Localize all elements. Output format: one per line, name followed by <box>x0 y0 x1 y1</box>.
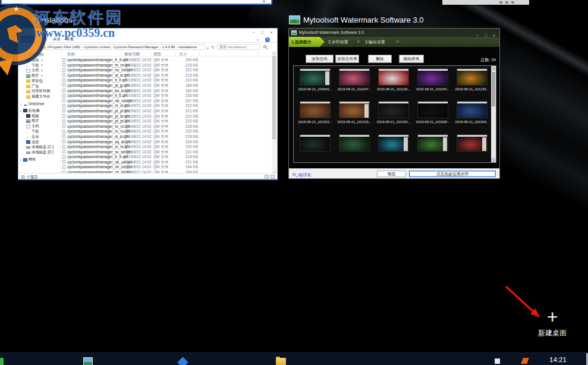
scroll-up-icon[interactable]: ∧ <box>491 66 496 71</box>
taskbar-photos-icon[interactable] <box>83 357 93 365</box>
close-button[interactable]: × <box>267 29 276 36</box>
thumbnail-item[interactable] <box>454 134 490 152</box>
sidebar-item-3[interactable]: 文档 <box>18 68 60 73</box>
sidebar-item-15[interactable]: 音乐 <box>18 134 60 140</box>
breadcrumb-segment[interactable]: 1.4.0.86 <box>162 45 175 49</box>
collapse-ribbon-icon[interactable]: ∧ <box>257 37 259 42</box>
search-input[interactable]: 搜索"translations" <box>217 44 260 50</box>
thumbnail-item[interactable]: 2019-08-21_101528... <box>414 101 451 124</box>
sidebar-item-18[interactable]: 本地磁盘 (D:) <box>18 150 60 155</box>
breadcrumb-segment[interactable]: translations <box>178 45 197 49</box>
file-row[interactable]: cyclonispasswordmanager_it_it.qm2019/8/2… <box>61 77 271 83</box>
file-row[interactable]: cyclonispasswordmanager_sl_si.qm2019/8/2… <box>61 134 271 139</box>
step-tab-watermark-settings[interactable]: 2.水印设置 <box>328 37 348 47</box>
breadcrumb-segment[interactable]: Program Files (x86) <box>49 45 80 49</box>
thumbnail-item[interactable]: 2019-08-21_101154... <box>414 68 451 91</box>
tray-icon-orange[interactable] <box>521 358 529 364</box>
file-row[interactable]: cyclonispasswordmanager_pl_pl.qm2019/8/2… <box>61 108 271 114</box>
details-view-icon[interactable] <box>265 175 269 178</box>
thumbnail-item[interactable]: 2019-08-21_101047... <box>336 68 373 91</box>
file-row[interactable]: cyclonispasswordmanager_id_id.qm2019/8/2… <box>61 73 271 78</box>
thumbnail-item[interactable]: 2019-08-21_101432... <box>375 101 412 124</box>
file-row[interactable]: cyclonispasswordmanager_sv_se.qm2019/8/2… <box>61 149 271 155</box>
file-row[interactable]: cyclonispasswordmanager_nb_no.qm2019/8/2… <box>61 98 271 103</box>
file-row[interactable]: cyclonispasswordmanager_hr_hr.qm2019/8/2… <box>61 62 271 68</box>
scrollbar[interactable]: ∧ ∨ <box>491 66 496 162</box>
sidebar-item-13[interactable]: 文档 <box>18 124 60 129</box>
file-row[interactable]: cyclonispasswordmanager_zh_cn.qm2019/8/2… <box>61 164 271 169</box>
thumbnail-item[interactable]: 2019-08-21_103640... <box>297 68 334 91</box>
file-row[interactable]: cyclonispasswordmanager_ro_ro.qm2019/8/2… <box>61 124 271 129</box>
thumbnail-item[interactable]: 2019-08-21_101236... <box>454 68 490 91</box>
sidebar-item-10[interactable]: ∨此电脑 <box>18 108 60 114</box>
scroll-down-icon[interactable]: ∨ <box>491 158 496 162</box>
taskbar[interactable]: 14:21 <box>0 353 588 365</box>
scrollbar[interactable]: ∧ ∨ <box>272 51 276 175</box>
breadcrumb-segment[interactable]: Cyclonis Limited <box>84 45 110 49</box>
sidebar-item-17[interactable]: 本地磁盘 (C:) <box>18 145 60 150</box>
thumbnail-item[interactable] <box>297 134 334 152</box>
help-icon[interactable]: ? <box>265 37 270 42</box>
sidebar-item-8[interactable]: 新建文件夹 <box>18 94 60 99</box>
column-header-1[interactable]: 修改日期 <box>124 52 140 57</box>
thumbnail-item[interactable] <box>375 134 412 152</box>
file-row[interactable]: cyclonispasswordmanager_uk_ua.qm2019/8/2… <box>61 159 271 165</box>
sidebar-item-16[interactable]: 桌面 <box>18 140 60 145</box>
step-tab-select-images[interactable]: 1.选择图片 <box>289 37 325 47</box>
file-row[interactable]: cyclonispasswordmanager_ja_jp.qm2019/8/2… <box>61 83 271 88</box>
file-row[interactable]: cyclonispasswordmanager_ru_ru.qm2019/8/2… <box>61 128 271 134</box>
sidebar-item-14[interactable]: 下载 <box>18 129 60 134</box>
minimize-button[interactable]: − <box>249 29 258 36</box>
delete-button[interactable]: 删除 <box>368 55 392 63</box>
taskbar-app-icon-blue[interactable] <box>177 357 188 365</box>
file-row[interactable]: cyclonispasswordmanager_lt_lt.qm2019/8/2… <box>61 93 271 98</box>
sidebar-item-7[interactable]: 河东软件园 <box>18 89 60 95</box>
file-row[interactable]: cyclonispasswordmanager_pt_br.qm2019/8/2… <box>61 114 271 119</box>
thumbnail-item[interactable]: 2019-08-21_101315... <box>336 101 373 124</box>
taskbar-app-icon-green[interactable] <box>0 358 4 365</box>
scrollbar-thumb[interactable] <box>272 56 276 139</box>
task-view-label-watermark-app[interactable]: Mytoolsoft Watermark Software 3.0 <box>303 15 424 24</box>
chevron-icon[interactable]: ∨ <box>20 102 22 106</box>
remove-all-button[interactable]: 移除所有 <box>399 55 424 63</box>
maximize-button[interactable]: □ <box>258 29 267 36</box>
step-tab-output-settings[interactable]: 3.输出设置 <box>365 37 385 47</box>
breadcrumb-segment[interactable]: Cyclonis Password Manager <box>114 45 159 49</box>
cropped-window-edge-left[interactable] <box>1 0 272 5</box>
scrollbar-thumb[interactable] <box>492 72 495 106</box>
explorer-window-preview[interactable]: −□× 文件主页共享查看 ∧ ? ← → ↑ « Program Files (… <box>18 28 278 180</box>
thumbnail-item[interactable]: 2019-08-21_101136... <box>375 68 412 91</box>
column-header-3[interactable]: 大小 <box>179 52 187 57</box>
thumbnail-item[interactable]: 2019-08-21_101303... <box>297 101 334 124</box>
column-header-2[interactable]: 类型 <box>153 52 161 57</box>
chevron-icon[interactable]: ∨ <box>20 109 22 112</box>
apply-watermark-button[interactable]: 点击此处应用水印 <box>409 171 496 177</box>
thumbnails-view-icon[interactable] <box>271 175 275 178</box>
file-row[interactable]: cyclonispasswordmanager_ko_kr.qm2019/8/2… <box>61 88 271 93</box>
file-row[interactable]: cyclonispasswordmanager_nl_nl.qm2019/8/2… <box>61 103 271 108</box>
file-row[interactable]: cyclonispasswordmanager_tr_tr.qm2019/8/2… <box>61 154 271 159</box>
column-header-0[interactable]: 名称 <box>67 52 75 57</box>
taskbar-clock[interactable]: 14:21 <box>549 356 567 363</box>
file-row[interactable]: cyclonispasswordmanager_fr_fr.qm2019/8/2… <box>61 57 271 62</box>
file-row[interactable]: cyclonispasswordmanager_hu_hu.qm2019/8/2… <box>61 67 271 73</box>
file-row[interactable]: cyclonispasswordmanager_sr_rs.qm2019/8/2… <box>61 144 271 149</box>
sidebar-item-12[interactable]: 图片 <box>18 119 60 124</box>
file-list-header[interactable]: 名称修改日期类型大小 <box>61 51 271 56</box>
preview-button[interactable]: 预览 <box>377 171 406 177</box>
sidebar-item-11[interactable]: 视频 <box>18 114 60 119</box>
file-row[interactable]: cyclonispasswordmanager_sq_al.qm2019/8/2… <box>61 139 271 144</box>
thumbnail-item[interactable] <box>414 134 451 152</box>
add-files-button[interactable]: 添加文件 <box>306 55 334 63</box>
file-row[interactable]: cyclonispasswordmanager_pt_pt.qm2019/8/2… <box>61 118 271 124</box>
new-desktop-label[interactable]: 新建桌面 <box>533 328 571 338</box>
chevron-icon[interactable]: ∨ <box>20 158 22 162</box>
scroll-up-icon[interactable]: ∧ <box>272 51 276 55</box>
thumbnail-item[interactable] <box>336 134 373 152</box>
sidebar-item-6[interactable]: 广告 <box>18 84 60 89</box>
new-desktop-plus-icon[interactable]: + <box>544 309 561 326</box>
add-folder-button[interactable]: 添加文件夹 <box>335 55 359 63</box>
breadcrumb[interactable]: « Program Files (x86)›Cyclonis Limited›C… <box>40 44 205 50</box>
refresh-icon[interactable]: ↻ <box>211 45 215 50</box>
sidebar-item-4[interactable]: 图片 <box>18 73 60 78</box>
